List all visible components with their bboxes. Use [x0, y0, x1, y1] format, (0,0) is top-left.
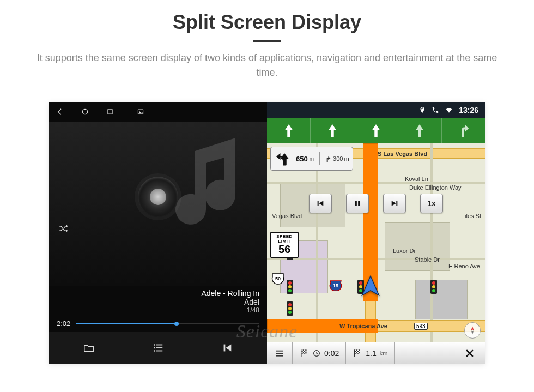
- track-title: Adele - Rolling In: [57, 289, 259, 298]
- location-icon: [418, 106, 426, 114]
- svg-rect-7: [156, 347, 162, 348]
- svg-point-0: [82, 109, 87, 114]
- svg-rect-9: [156, 351, 162, 352]
- play-record-button[interactable]: [138, 177, 178, 217]
- nav-close-button[interactable]: [454, 342, 485, 364]
- shield-50-text: 50: [275, 276, 281, 281]
- playlist-icon[interactable]: [150, 340, 166, 355]
- music-bottom-bar: [49, 332, 267, 364]
- lane-arrow-right: [442, 118, 485, 143]
- exit-number: 593: [414, 323, 428, 330]
- svg-rect-10: [223, 345, 225, 352]
- clock: 13:26: [459, 106, 478, 114]
- nav-remaining-distance: 1.1: [366, 349, 376, 358]
- sim-media-controls: 1x: [309, 194, 443, 213]
- nav-distance-unit: km: [380, 350, 388, 357]
- nav-menu-button[interactable]: [267, 342, 293, 364]
- album-art-area: [49, 122, 267, 286]
- checkered-flag-icon: [299, 348, 309, 358]
- turn-next-unit: m: [344, 155, 349, 162]
- track-metadata: Adele - Rolling In Adel 1/48: [49, 286, 267, 316]
- street-vegas-2: Vegas Blvd: [270, 212, 304, 220]
- status-bar: 13:26: [267, 102, 485, 118]
- interstate-shield-15: 15: [329, 279, 342, 292]
- compass-icon[interactable]: [464, 322, 481, 339]
- svg-rect-18: [276, 355, 283, 356]
- elapsed-time: 2:02: [57, 319, 70, 328]
- street-giles: iles St: [463, 212, 483, 220]
- svg-point-6: [154, 347, 155, 349]
- sim-pause-button[interactable]: [346, 194, 369, 213]
- home-icon[interactable]: [81, 107, 89, 116]
- sim-next-button[interactable]: [383, 194, 406, 213]
- phone-icon: [432, 106, 439, 114]
- nav-bottom-bar: 0:02 1.1 km: [267, 342, 485, 364]
- street-s-las-vegas: S Las Vegas Blvd: [376, 150, 429, 158]
- sim-speed-button[interactable]: 1x: [420, 194, 443, 213]
- speed-label-1: SPEED: [271, 234, 298, 239]
- svg-text:15: 15: [333, 283, 338, 288]
- nav-distance-segment[interactable]: 1.1 km: [346, 342, 395, 364]
- svg-rect-15: [396, 201, 397, 206]
- picture-icon[interactable]: [136, 107, 145, 116]
- turn-next-distance: 300: [333, 155, 343, 162]
- nav-eta: 0:02: [324, 349, 339, 358]
- folder-icon[interactable]: [81, 340, 96, 355]
- page-title: Split Screen Display: [22, 11, 512, 34]
- svg-rect-21: [354, 349, 355, 357]
- street-tropicana: W Tropicana Ave: [338, 322, 389, 330]
- track-index: 1/48: [57, 306, 259, 314]
- svg-rect-12: [318, 201, 319, 206]
- music-pane: Adele - Rolling In Adel 1/48 2:02: [49, 102, 267, 364]
- close-icon: [464, 348, 475, 359]
- recent-apps-icon[interactable]: [106, 107, 114, 116]
- svg-rect-5: [156, 345, 162, 346]
- page-subtitle: It supports the same screen display of t…: [27, 51, 507, 80]
- svg-rect-1: [108, 110, 112, 114]
- turn-main-distance: 650: [296, 155, 308, 163]
- turn-main-unit: m: [310, 156, 314, 162]
- nav-eta-segment[interactable]: 0:02: [293, 342, 346, 364]
- track-artist: Adel: [57, 298, 259, 306]
- sim-previous-button[interactable]: [309, 194, 332, 213]
- lane-arrow-straight-2: [311, 118, 354, 143]
- lane-arrow-straight-4: [398, 118, 442, 143]
- music-note-icon: [165, 127, 274, 242]
- svg-rect-13: [355, 201, 357, 206]
- svg-rect-14: [358, 201, 360, 206]
- clock-icon: [312, 349, 321, 358]
- street-koval: Koval Ln: [403, 175, 430, 183]
- lane-guidance-bar: [267, 118, 485, 143]
- turn-instruction-card: 650m 300m: [270, 147, 353, 171]
- checkered-flag-icon-2: [353, 348, 362, 358]
- progress-bar[interactable]: [76, 323, 259, 324]
- title-divider: [253, 40, 281, 42]
- route-shield-50: 50: [271, 272, 284, 285]
- svg-rect-16: [276, 350, 283, 351]
- progress-row: 2:02: [49, 316, 267, 332]
- svg-point-4: [154, 344, 155, 346]
- svg-point-8: [154, 350, 155, 352]
- speed-limit-value: 56: [271, 244, 298, 255]
- map-area[interactable]: S Las Vegas Blvd Koval Ln Duke Ellington…: [267, 143, 485, 364]
- svg-rect-17: [276, 353, 283, 354]
- android-nav-bar: [49, 102, 267, 122]
- street-ellington: Duke Ellington Way: [408, 184, 463, 191]
- back-icon[interactable]: [56, 107, 64, 116]
- turn-right-next-icon: [323, 154, 332, 163]
- speed-limit-sign: SPEED LIMIT 56: [270, 232, 299, 258]
- previous-track-icon[interactable]: [220, 340, 235, 355]
- device-screenshot: Adele - Rolling In Adel 1/48 2:02: [49, 102, 485, 364]
- svg-rect-19: [301, 349, 302, 357]
- navigation-pane: 13:26: [267, 102, 485, 364]
- street-e-reno: E Reno Ave: [447, 262, 482, 270]
- lane-arrow-straight-3: [354, 118, 398, 143]
- lane-arrow-straight-1: [267, 118, 311, 143]
- street-luxor: Luxor Dr: [391, 247, 417, 255]
- svg-point-3: [139, 111, 140, 112]
- shuffle-icon[interactable]: [57, 223, 70, 237]
- turn-left-icon: [276, 150, 293, 167]
- wifi-icon: [445, 106, 453, 114]
- street-stable: Stable Dr: [413, 256, 441, 263]
- vehicle-position-icon: [359, 274, 383, 298]
